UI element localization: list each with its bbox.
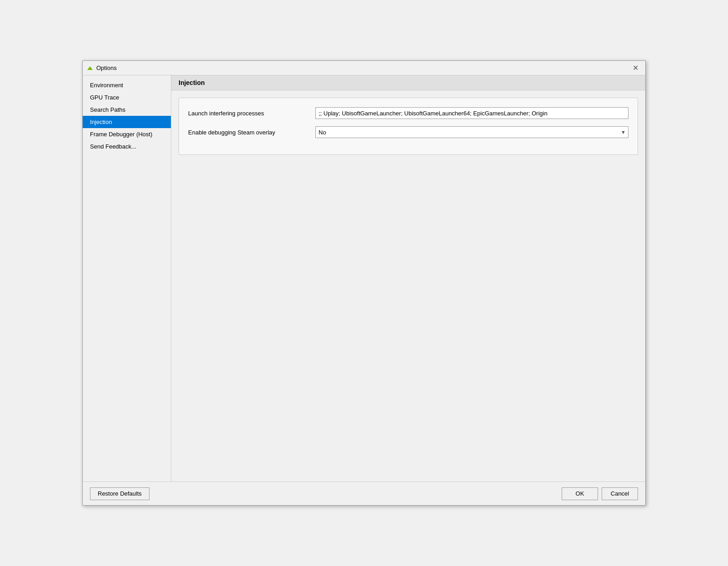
nvidia-icon	[86, 65, 94, 72]
main-area: Injection Launch interfering processesEn…	[171, 75, 645, 482]
svg-marker-1	[87, 66, 93, 70]
option-row-enable-debugging-steam-overlay: Enable debugging Steam overlayNoYes▼	[188, 126, 628, 138]
option-input-launch-interfering-processes[interactable]	[315, 107, 628, 119]
footer-right: OK Cancel	[562, 487, 638, 500]
section-header: Injection	[171, 75, 645, 90]
cancel-button[interactable]: Cancel	[602, 487, 638, 500]
sidebar-item-injection[interactable]: Injection	[83, 116, 171, 128]
close-button[interactable]: ✕	[629, 63, 642, 74]
section-content: Launch interfering processesEnable debug…	[171, 90, 645, 482]
sidebar: EnvironmentGPU TraceSearch PathsInjectio…	[83, 75, 171, 482]
window-title: Options	[96, 65, 117, 71]
footer: Restore Defaults OK Cancel	[83, 482, 645, 505]
dialog-content: EnvironmentGPU TraceSearch PathsInjectio…	[83, 75, 645, 482]
restore-defaults-button[interactable]: Restore Defaults	[90, 487, 150, 500]
title-bar-left: Options	[86, 65, 117, 72]
sidebar-item-frame-debugger[interactable]: Frame Debugger (Host)	[83, 128, 171, 140]
sidebar-item-gpu-trace[interactable]: GPU Trace	[83, 91, 171, 104]
option-label-enable-debugging-steam-overlay: Enable debugging Steam overlay	[188, 129, 315, 136]
option-select-enable-debugging-steam-overlay[interactable]: NoYes	[315, 126, 628, 138]
sidebar-item-search-paths[interactable]: Search Paths	[83, 104, 171, 116]
option-select-wrapper-enable-debugging-steam-overlay: NoYes▼	[315, 126, 628, 138]
sidebar-item-send-feedback[interactable]: Send Feedback...	[83, 140, 171, 153]
sidebar-item-environment[interactable]: Environment	[83, 79, 171, 91]
option-label-launch-interfering-processes: Launch interfering processes	[188, 110, 315, 117]
title-bar: Options ✕	[83, 61, 645, 75]
options-panel: Launch interfering processesEnable debug…	[179, 98, 638, 155]
option-row-launch-interfering-processes: Launch interfering processes	[188, 107, 628, 119]
options-dialog: Options ✕ EnvironmentGPU TraceSearch Pat…	[82, 60, 646, 506]
ok-button[interactable]: OK	[562, 487, 598, 500]
